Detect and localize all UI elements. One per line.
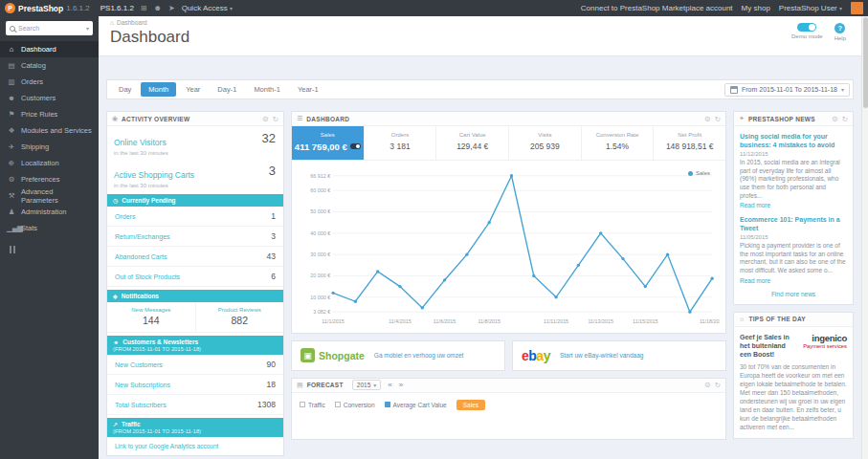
product-reviews-cell[interactable]: Product Reviews 882: [195, 302, 284, 332]
total-subscribers-link[interactable]: Total Subscribers: [115, 402, 167, 408]
conversion-checkbox[interactable]: [335, 402, 341, 407]
abandoned-carts-link[interactable]: Abandoned Carts: [115, 253, 167, 260]
ebay-letter: y: [544, 348, 550, 363]
new-messages-link[interactable]: New Messages: [109, 307, 193, 313]
read-more-link[interactable]: Read more: [740, 277, 847, 284]
forecast-year-select[interactable]: 2015 ▾: [352, 380, 381, 390]
panel-settings-icon[interactable]: ⚙: [704, 115, 711, 123]
date-range-picker[interactable]: From 2015-11-01 To 2015-11-18 ▾: [724, 83, 850, 97]
panel-settings-icon[interactable]: ⚙: [832, 115, 838, 123]
demo-mode-toggle[interactable]: [797, 23, 816, 32]
sidebar-item-stats[interactable]: ▁▄▆ Stats: [0, 220, 99, 236]
kpi-sales-toggle[interactable]: [350, 143, 361, 149]
news-article-title[interactable]: Ecommerce 101: Payments in a Tweet: [740, 215, 847, 232]
forecast-prev-button[interactable]: «: [388, 381, 391, 389]
ebay-link[interactable]: Start uw eBay-winkel vandaag: [560, 352, 643, 359]
forecast-conversion-toggle[interactable]: Conversion: [335, 402, 375, 408]
active-carts-link[interactable]: Active Shopping Carts: [114, 170, 194, 180]
sidebar-item-localization[interactable]: ⊕ Localization: [0, 155, 99, 171]
panel-refresh-icon[interactable]: ↻: [715, 381, 721, 389]
help-icon[interactable]: ?: [835, 23, 845, 33]
panel-settings-icon[interactable]: ⚙: [704, 381, 711, 389]
left-column: ◉ ACTIVITY OVERVIEW ⚙ ↻ Online Visitors …: [106, 111, 284, 456]
tips-panel: ☼ TIPS OF THE DAY Geef je Sales in het b…: [733, 312, 854, 439]
notifications-grid: New Messages 144 Product Reviews 882: [107, 302, 283, 333]
svg-text:10 000 €: 10 000 €: [310, 295, 330, 300]
panel-refresh-icon[interactable]: ↻: [715, 115, 721, 123]
google-analytics-link[interactable]: Link to your Google Analytics account: [107, 437, 283, 455]
search-scope-caret-icon[interactable]: ▾: [86, 25, 89, 32]
prestashop-logo[interactable]: P PrestaShop 1.6.1.2: [5, 3, 90, 13]
search-input[interactable]: [18, 25, 83, 32]
kpi-net-profit[interactable]: Net Profit 148 918,51 €: [654, 126, 725, 160]
sidebar-item-administration[interactable]: ♟ Administration: [0, 204, 99, 220]
kpi-sales[interactable]: Sales 411 759,00 €: [292, 126, 365, 160]
ebay-letter: a: [536, 348, 543, 363]
profile-icon[interactable]: ☻: [154, 4, 162, 12]
sidebar-item-orders[interactable]: ▥ Orders: [0, 74, 99, 90]
sidebar-item-customers[interactable]: ☻ Customers: [0, 90, 99, 106]
total-subscribers-value: 1308: [257, 400, 276, 409]
scrollbar-thumb[interactable]: [863, 17, 868, 108]
kpi-orders[interactable]: Orders 3 181: [365, 126, 437, 160]
quick-access-menu[interactable]: Quick Access ▾: [182, 4, 233, 12]
pending-orders-link[interactable]: Orders: [115, 213, 135, 220]
pending-returns-link[interactable]: Return/Exchanges: [115, 233, 170, 240]
out-of-stock-link[interactable]: Out of Stock Products: [115, 273, 180, 280]
prestashop-news-panel: ✦ PRESTASHOP NEWS ⚙ ↻ Using social media…: [733, 111, 854, 305]
sidebar-search[interactable]: ▾: [6, 21, 93, 35]
sidebar-item-price-rules[interactable]: ⚑ Price Rules: [0, 106, 99, 122]
forecast-traffic-label: Traffic: [308, 402, 325, 408]
new-subscriptions-value: 18: [267, 380, 276, 389]
range-month-button[interactable]: Month: [141, 82, 176, 97]
user-menu[interactable]: PrestaShop User ▾: [779, 4, 842, 12]
sidebar-item-label: Localization: [21, 159, 59, 167]
product-reviews-link[interactable]: Product Reviews: [198, 307, 282, 313]
range-month-1-button[interactable]: Month-1: [246, 82, 288, 97]
page-scrollbar[interactable]: [861, 16, 868, 459]
kpi-label: Visits: [511, 132, 579, 138]
range-day-button[interactable]: Day: [111, 82, 139, 97]
forecast-avg-cart-toggle[interactable]: Average Cart Value: [385, 402, 447, 408]
forecast-sales-toggle[interactable]: Sales: [456, 400, 485, 410]
kpi-conversion-rate[interactable]: Conversion Rate 1.54%: [582, 126, 655, 160]
sidebar-item-dashboard[interactable]: ⌂ Dashboard: [0, 41, 99, 57]
marketplace-link[interactable]: Connect to PrestaShop Marketplace accoun…: [581, 4, 733, 12]
forecast-traffic-toggle[interactable]: Traffic: [300, 402, 325, 408]
sidebar-item-catalog[interactable]: ▤ Catalog: [0, 57, 99, 74]
my-shop-link[interactable]: My shop: [742, 4, 770, 12]
news-panel-title: PRESTASHOP NEWS: [748, 116, 815, 122]
new-customers-link[interactable]: New Customers: [115, 361, 163, 368]
panel-settings-icon[interactable]: ⚙: [262, 115, 269, 123]
new-subscriptions-link[interactable]: New Subscriptions: [115, 382, 170, 388]
collapse-menu-button[interactable]: [10, 246, 99, 253]
new-messages-cell[interactable]: New Messages 144: [107, 302, 195, 332]
avg-cart-checkbox[interactable]: [385, 402, 390, 407]
sidebar: ▾ ⌂ Dashboard ▤ Catalog ▥ Orders ☻ Custo…: [0, 16, 99, 459]
sidebar-item-modules[interactable]: ❖ Modules and Services: [0, 122, 99, 139]
kpi-cart-value[interactable]: Cart Value 129,44 €: [436, 126, 509, 160]
forecast-next-button[interactable]: »: [399, 381, 403, 389]
find-more-news-link[interactable]: Find more news: [740, 291, 847, 297]
news-article-title[interactable]: Using social media for your business: 4 …: [740, 132, 847, 149]
cart-icon[interactable]: ⊞: [141, 4, 147, 12]
sidebar-item-preferences[interactable]: ⚙ Preferences: [0, 171, 99, 187]
sidebar-item-advanced-parameters[interactable]: ⚒ Advanced Parameters: [0, 187, 99, 204]
shop-name-menu[interactable]: PS1.6.1.2: [100, 4, 134, 12]
panel-refresh-icon[interactable]: ↻: [842, 115, 848, 123]
user-avatar[interactable]: [851, 2, 863, 14]
product-reviews-value: 882: [198, 315, 282, 326]
kpi-visits[interactable]: Visits 205 939: [509, 126, 582, 160]
range-year-button[interactable]: Year: [178, 82, 208, 97]
range-year-1-button[interactable]: Year-1: [290, 82, 326, 97]
panel-refresh-icon[interactable]: ↻: [273, 115, 278, 123]
shopgate-link[interactable]: Ga mobiel en verhoog uw omzet: [374, 352, 464, 359]
read-more-link[interactable]: Read more: [740, 202, 847, 208]
launch-icon[interactable]: ➤: [168, 4, 175, 12]
sidebar-item-label: Price Rules: [21, 110, 57, 119]
sidebar-item-shipping[interactable]: ✈ Shipping: [0, 139, 99, 155]
range-day-1-button[interactable]: Day-1: [210, 82, 244, 97]
sidebar-item-label: Orders: [21, 77, 43, 86]
online-visitors-link[interactable]: Online Visitors: [114, 138, 167, 147]
traffic-checkbox[interactable]: [300, 402, 305, 407]
